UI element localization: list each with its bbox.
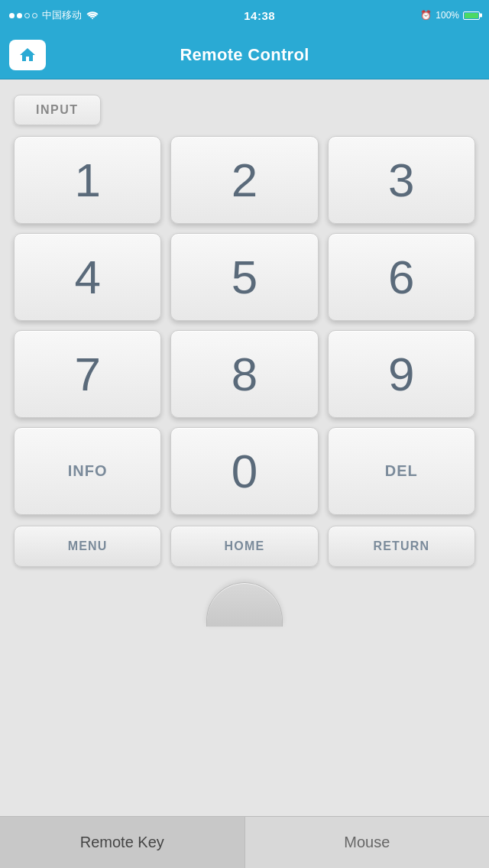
key-9[interactable]: 9 [328, 330, 475, 418]
main-content: INPUT 1 2 3 4 5 6 7 8 9 INFO 0 DEL MENU … [0, 79, 489, 816]
tab-remote-key[interactable]: Remote Key [0, 817, 245, 868]
wifi-icon [86, 9, 99, 21]
bottom-row: MENU HOME RETURN [14, 526, 475, 567]
nav-bar: Remote Control [0, 31, 489, 79]
key-7[interactable]: 7 [14, 330, 161, 418]
key-info[interactable]: INFO [14, 427, 161, 515]
key-1[interactable]: 1 [14, 136, 161, 224]
return-button[interactable]: RETURN [328, 526, 475, 567]
status-time: 14:38 [244, 9, 275, 22]
home-icon [18, 46, 37, 64]
carrier-label: 中国移动 [42, 8, 82, 22]
battery-icon [463, 11, 480, 20]
key-6[interactable]: 6 [328, 233, 475, 321]
key-3[interactable]: 3 [328, 136, 475, 224]
key-4[interactable]: 4 [14, 233, 161, 321]
alarm-icon: ⏰ [420, 10, 432, 21]
status-bar: 中国移动 14:38 ⏰ 100% [0, 0, 489, 31]
status-left: 中国移动 [9, 8, 99, 22]
tab-mouse[interactable]: Mouse [245, 817, 490, 868]
key-0[interactable]: 0 [170, 427, 318, 515]
numpad-grid: 1 2 3 4 5 6 7 8 9 INFO 0 DEL [14, 136, 475, 515]
signal-dot-2 [17, 13, 22, 18]
home-nav-button[interactable]: HOME [170, 526, 318, 567]
nav-title: Remote Control [180, 45, 309, 65]
signal-dots [9, 13, 37, 18]
svg-point-0 [92, 18, 93, 20]
menu-button[interactable]: MENU [14, 526, 161, 567]
signal-dot-4 [32, 13, 37, 18]
tab-bar: Remote Key Mouse [0, 816, 489, 868]
dpad-circle[interactable] [206, 582, 283, 627]
key-5[interactable]: 5 [170, 233, 318, 321]
status-right: ⏰ 100% [420, 10, 480, 21]
key-2[interactable]: 2 [170, 136, 318, 224]
signal-dot-1 [9, 13, 15, 18]
home-button[interactable] [9, 40, 46, 70]
key-del[interactable]: DEL [328, 427, 475, 515]
battery-percent: 100% [436, 10, 459, 21]
tab-remote-key-label: Remote Key [80, 834, 164, 851]
tab-mouse-label: Mouse [344, 834, 390, 851]
dpad-area [14, 578, 475, 808]
key-8[interactable]: 8 [170, 330, 318, 418]
signal-dot-3 [24, 13, 30, 18]
input-button[interactable]: INPUT [14, 95, 101, 125]
input-row: INPUT [14, 95, 475, 125]
